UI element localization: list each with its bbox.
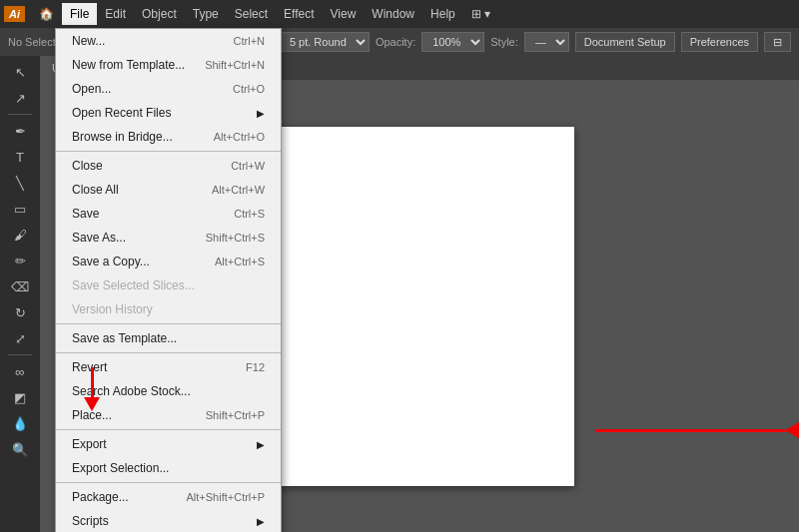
red-arrow-line	[595, 429, 785, 432]
workspace-arrange-button[interactable]: ⊟	[764, 32, 791, 52]
menu-save-as-label: Save As...	[72, 231, 126, 245]
separator-3	[56, 352, 281, 353]
menu-scripts-label: Scripts	[72, 514, 109, 528]
home-icon[interactable]: 🏠	[31, 3, 62, 25]
tools-panel: ↖ ↗ ✒ T ╲ ▭ 🖌 ✏ ⌫ ↻ ⤢ ∞ ◩ 💧 🔍	[0, 56, 40, 532]
style-select[interactable]: —	[524, 32, 569, 52]
eyedropper-tool[interactable]: 💧	[6, 411, 34, 435]
menu-save-copy[interactable]: Save a Copy... Alt+Ctrl+S	[56, 250, 281, 273]
menu-place-shortcut: Shift+Ctrl+P	[206, 409, 265, 421]
menu-package-label: Package...	[72, 490, 129, 504]
menu-save-slices-label: Save Selected Slices...	[72, 278, 195, 292]
separator-2	[56, 323, 281, 324]
menu-export-selection[interactable]: Export Selection...	[56, 456, 281, 480]
menu-browse-shortcut: Alt+Ctrl+O	[214, 131, 265, 143]
menu-save-template[interactable]: Save as Template...	[56, 326, 281, 350]
type-tool[interactable]: T	[6, 145, 34, 169]
menu-version-history-label: Version History	[72, 302, 153, 316]
menu-close[interactable]: Close Ctrl+W	[56, 154, 281, 178]
scale-tool[interactable]: ⤢	[6, 326, 34, 350]
menu-new[interactable]: New... Ctrl+N	[56, 29, 281, 53]
menu-new-shortcut: Ctrl+N	[234, 35, 265, 47]
menu-package-shortcut: Alt+Shift+Ctrl+P	[187, 491, 266, 503]
menu-package[interactable]: Package... Alt+Shift+Ctrl+P	[56, 485, 281, 509]
menu-save-copy-shortcut: Alt+Ctrl+S	[215, 256, 265, 267]
menu-export-label: Export	[72, 437, 107, 451]
menu-save-as[interactable]: Save As... Shift+Ctrl+S	[56, 226, 281, 250]
red-arrow-left-head	[785, 422, 799, 438]
red-arrow-down-container	[84, 367, 100, 411]
pencil-tool[interactable]: ✏	[6, 249, 34, 272]
opacity-label: Opacity:	[376, 36, 415, 48]
menu-open-recent-label: Open Recent Files	[72, 106, 171, 120]
menu-new-label: New...	[72, 34, 105, 48]
menu-save-label: Save	[72, 207, 99, 221]
menu-item-file[interactable]: File	[62, 3, 97, 25]
menu-new-template-shortcut: Shift+Ctrl+N	[205, 59, 265, 71]
separator-5	[56, 482, 281, 483]
menu-item-type[interactable]: Type	[185, 3, 227, 25]
menu-export[interactable]: Export ▶	[56, 432, 281, 456]
menu-close-shortcut: Ctrl+W	[231, 160, 265, 172]
file-dropdown: New... Ctrl+N New from Template... Shift…	[55, 28, 282, 532]
menu-open-shortcut: Ctrl+O	[233, 83, 265, 95]
scripts-submenu-arrow: ▶	[257, 516, 265, 527]
menu-save-template-label: Save as Template...	[72, 331, 177, 345]
menu-scripts[interactable]: Scripts ▶	[56, 509, 281, 532]
menu-item-view[interactable]: View	[323, 3, 365, 25]
menu-export-selection-label: Export Selection...	[72, 461, 169, 475]
menu-open-label: Open...	[72, 82, 111, 96]
menu-browse-label: Browse in Bridge...	[72, 130, 173, 144]
menu-new-template[interactable]: New from Template... Shift+Ctrl+N	[56, 53, 281, 77]
menu-close-all[interactable]: Close All Alt+Ctrl+W	[56, 178, 281, 202]
tool-divider-1	[8, 114, 32, 115]
menu-save-slices: Save Selected Slices...	[56, 273, 281, 297]
preferences-button[interactable]: Preferences	[681, 32, 758, 52]
rect-tool[interactable]: ▭	[6, 197, 34, 221]
app-logo: Ai	[4, 6, 25, 22]
menu-close-label: Close	[72, 159, 103, 173]
red-arrow-down-head	[84, 397, 100, 411]
menu-close-all-label: Close All	[72, 183, 119, 197]
zoom-tool[interactable]: 🔍	[6, 437, 34, 461]
document-canvas	[265, 127, 574, 486]
menu-item-select[interactable]: Select	[227, 3, 276, 25]
menu-save-as-shortcut: Shift+Ctrl+S	[206, 232, 265, 244]
menu-open[interactable]: Open... Ctrl+O	[56, 77, 281, 101]
menu-item-edit[interactable]: Edit	[97, 3, 134, 25]
workspace-icon[interactable]: ⊞ ▾	[463, 3, 498, 25]
menu-save[interactable]: Save Ctrl+S	[56, 202, 281, 226]
menu-item-effect[interactable]: Effect	[276, 3, 322, 25]
red-arrow-right-container	[595, 422, 799, 438]
menu-item-help[interactable]: Help	[422, 3, 463, 25]
red-arrow-down-shaft	[91, 367, 94, 397]
separator-4	[56, 429, 281, 430]
eraser-tool[interactable]: ⌫	[6, 274, 34, 298]
menu-save-copy-label: Save a Copy...	[72, 255, 150, 268]
style-label: Style:	[490, 36, 518, 48]
blend-tool[interactable]: ∞	[6, 359, 34, 383]
menu-browse[interactable]: Browse in Bridge... Alt+Ctrl+O	[56, 125, 281, 149]
separator-1	[56, 151, 281, 152]
stroke-select[interactable]: 5 pt. Round	[279, 32, 370, 52]
menu-bar: Ai 🏠 File Edit Object Type Select Effect…	[0, 0, 799, 28]
pen-tool[interactable]: ✒	[6, 119, 34, 143]
menu-item-window[interactable]: Window	[364, 3, 422, 25]
export-submenu-arrow: ▶	[257, 439, 265, 450]
rotate-tool[interactable]: ↻	[6, 300, 34, 324]
tool-divider-2	[8, 354, 32, 355]
paintbrush-tool[interactable]: 🖌	[6, 223, 34, 247]
direct-select-tool[interactable]: ↗	[6, 86, 34, 110]
line-tool[interactable]: ╲	[6, 171, 34, 195]
select-tool[interactable]: ↖	[6, 60, 34, 84]
gradient-tool[interactable]: ◩	[6, 385, 34, 409]
menu-new-template-label: New from Template...	[72, 58, 185, 72]
menu-save-shortcut: Ctrl+S	[234, 208, 265, 220]
menu-close-all-shortcut: Alt+Ctrl+W	[212, 184, 265, 196]
menu-open-recent[interactable]: Open Recent Files ▶	[56, 101, 281, 125]
submenu-arrow: ▶	[257, 108, 265, 119]
opacity-select[interactable]: 100%	[421, 32, 484, 52]
menu-revert-shortcut: F12	[246, 361, 265, 373]
document-setup-button[interactable]: Document Setup	[575, 32, 675, 52]
menu-item-object[interactable]: Object	[134, 3, 185, 25]
